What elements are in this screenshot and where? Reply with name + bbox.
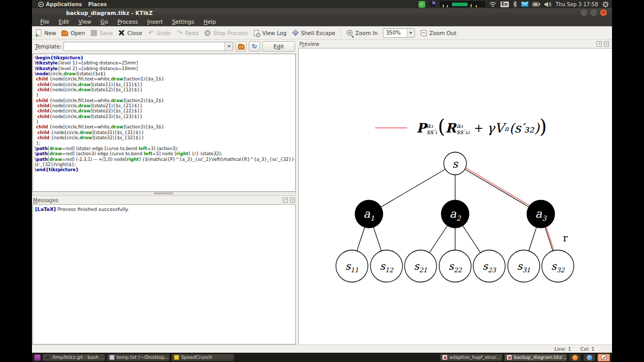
code-line: \path[draw=red] (action3) edge [curve to… xyxy=(35,151,295,156)
session-gear-icon[interactable] xyxy=(602,1,609,8)
close-window-button[interactable]: × xyxy=(600,9,607,16)
close-panel-icon[interactable]: × xyxy=(290,198,295,203)
new-file-icon: + xyxy=(35,29,42,37)
code-line: \node[circle,draw](state){$s$} xyxy=(35,71,295,76)
menu-go[interactable]: Go xyxy=(96,18,112,26)
shell-escape-button[interactable]: Shell Escape xyxy=(292,29,335,37)
battery-icon[interactable] xyxy=(533,2,540,7)
zoom-combo-dropdown[interactable] xyxy=(407,29,414,37)
menu-settings[interactable]: Settings xyxy=(168,18,198,26)
status-col: Col: 1 xyxy=(581,346,594,352)
task-speedcrunch[interactable]: SpeedCrunch xyxy=(171,354,234,361)
shell-escape-icon xyxy=(292,29,299,37)
open-button[interactable]: Open xyxy=(61,29,85,37)
keyboard-layout-indicator[interactable]: En xyxy=(501,2,509,7)
document-icon xyxy=(507,355,512,360)
template-row: Template: ↻ Edit xyxy=(32,40,298,53)
terminal-icon xyxy=(45,355,50,360)
redo-icon: ↷ xyxy=(176,29,183,37)
panel-clock[interactable]: Thu Sep 3 17:58 xyxy=(556,2,598,7)
detach-panel-icon[interactable]: ↗ xyxy=(283,198,288,203)
code-editor[interactable]: \begin{tikzpicture}\tikzstyle{level 1}=[… xyxy=(33,54,296,192)
firefox-icon xyxy=(572,355,578,360)
tikz-preview[interactable]: P a₃ss′₁ ( R a₃ss′₃₂ + γV π (s′₃₂) ) xyxy=(298,48,612,344)
action-node-a2: a2 xyxy=(441,200,470,228)
reward-label: r xyxy=(563,232,568,243)
time-tracker-icon[interactable] xyxy=(429,1,436,7)
messages-output: [LaTeX] Process finished successfully. xyxy=(33,204,296,344)
globe-icon xyxy=(587,355,592,360)
menubar: File Edit View Go Process Insert Setting… xyxy=(32,17,612,26)
calculator-icon xyxy=(174,355,179,360)
chevron-down-icon xyxy=(409,32,412,34)
zoom-out-button[interactable]: − Zoom Out xyxy=(420,29,457,37)
menu-insert[interactable]: Insert xyxy=(143,18,167,26)
editor-pane: Template: ↻ Edit \begin{tikzpicture}\tik… xyxy=(32,40,298,344)
new-button[interactable]: + New xyxy=(35,29,56,37)
minimize-button[interactable]: – xyxy=(581,9,587,16)
redo-button[interactable]: ↷ Redo xyxy=(176,29,199,37)
volume-icon[interactable] xyxy=(544,2,552,7)
zoom-level-value: 350% xyxy=(383,30,407,36)
menu-process[interactable]: Process xyxy=(113,18,142,26)
editor-alert-icon xyxy=(601,355,606,360)
svg-text:s: s xyxy=(453,158,459,170)
state-node-s12: s12 xyxy=(371,250,403,282)
menu-help[interactable]: Help xyxy=(199,18,220,26)
template-combo[interactable] xyxy=(63,42,233,51)
editor-hscrollbar[interactable] xyxy=(33,192,296,196)
state-node-s23: s23 xyxy=(473,250,505,282)
document-icon xyxy=(442,355,447,360)
folder-icon xyxy=(238,45,245,50)
update-status-icon[interactable]: ✓ xyxy=(418,1,425,8)
message-text: Process finished successfully. xyxy=(56,206,129,212)
code-line: child {node[circle,draw](state32){$s_{32… xyxy=(35,135,295,140)
gnome-taskbar: /tmp/ktikz.git : bash ... temp.txt (~/De… xyxy=(32,353,612,362)
close-icon xyxy=(118,29,125,37)
applications-menu-label: Applications xyxy=(46,2,82,7)
template-reload-button[interactable]: ↻ xyxy=(249,41,260,52)
system-monitor-applet[interactable] xyxy=(440,1,485,7)
undo-button[interactable]: ↶ Undo xyxy=(147,29,170,37)
menu-view[interactable]: View xyxy=(74,18,95,26)
mail-icon[interactable] xyxy=(521,2,528,7)
maximize-button[interactable]: ▫ xyxy=(590,9,597,16)
zoom-in-icon: + xyxy=(346,29,353,37)
close-button[interactable]: Close xyxy=(118,29,142,37)
places-menu[interactable]: Places xyxy=(85,0,110,8)
window-titlebar[interactable]: backup_diagram.tikz - KTikZ – ▫ × xyxy=(32,8,612,17)
template-edit-button[interactable]: Edit xyxy=(262,41,295,52)
detach-panel-icon[interactable]: ↗ xyxy=(597,41,602,46)
save-icon xyxy=(90,29,98,37)
stop-process-button[interactable]: × Stop Process xyxy=(204,29,248,37)
task-backup-diagram[interactable]: backup_diagram.tikz ... xyxy=(504,354,567,361)
zoom-level-combo[interactable]: 350% xyxy=(383,28,415,38)
file-manager-applet-icon[interactable] xyxy=(34,354,41,361)
scrollbar-thumb[interactable] xyxy=(154,192,173,194)
applications-menu[interactable]: Applications xyxy=(35,0,85,8)
view-log-button[interactable]: View Log xyxy=(253,29,286,37)
messages-panel-header: Messages ↗ × xyxy=(32,196,298,204)
zoom-in-button[interactable]: + Zoom In xyxy=(346,29,378,37)
taskbar-firefox-button[interactable] xyxy=(569,354,581,361)
code-line: }; xyxy=(35,141,295,146)
code-line: } xyxy=(35,119,295,124)
task-adaptive-hopf[interactable]: adaptive_hopf_struc... xyxy=(440,354,503,361)
stop-icon: × xyxy=(204,29,211,37)
taskbar-browser-button[interactable] xyxy=(583,354,595,361)
template-dropdown[interactable] xyxy=(224,42,233,51)
menu-file[interactable]: File xyxy=(36,18,54,26)
save-button[interactable]: Save xyxy=(90,29,113,37)
template-open-button[interactable] xyxy=(235,41,247,52)
preview-pane: Preview ↗ × P a₃ss′₁ ( R a₃ss′₃₂ + γV π … xyxy=(298,40,612,344)
messages-title: Messages xyxy=(33,198,58,203)
wifi-icon[interactable] xyxy=(489,2,496,7)
toolbar-separator xyxy=(341,28,341,38)
task-text-editor[interactable]: temp.txt (~/Desktop... xyxy=(107,354,170,361)
bluetooth-icon[interactable] xyxy=(513,1,517,7)
close-panel-icon[interactable]: × xyxy=(604,41,609,46)
taskbar-alert-button[interactable] xyxy=(598,354,610,361)
task-terminal[interactable]: /tmp/ktikz.git : bash ... xyxy=(42,354,105,361)
menu-edit[interactable]: Edit xyxy=(55,18,73,26)
code-line: \tikzstyle{level 1}=[sibling distance=25… xyxy=(35,60,295,65)
